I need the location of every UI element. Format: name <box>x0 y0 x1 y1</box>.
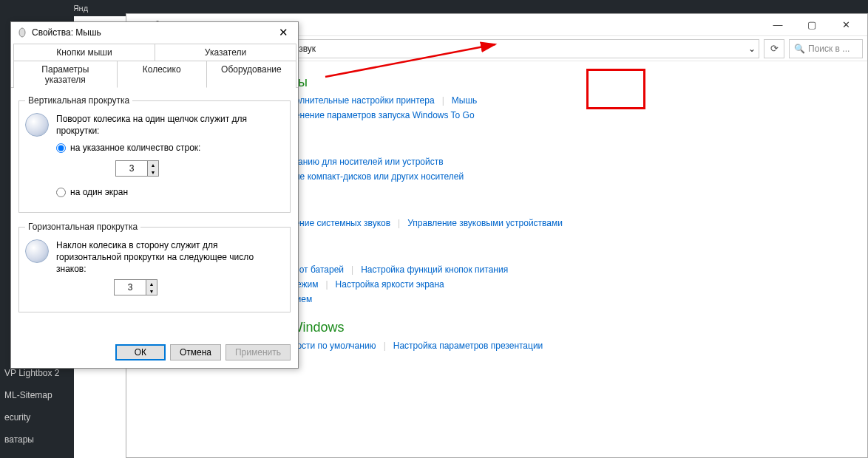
cancel-button[interactable]: Отмена <box>170 344 221 360</box>
radio-lines[interactable]: на указанное количество строк: <box>56 143 284 153</box>
link[interactable]: Настройка яркости экрана <box>336 277 444 292</box>
link[interactable]: Настройка параметров презентации <box>393 338 543 353</box>
sidebar-item[interactable]: ML-Sitemap <box>0 384 74 406</box>
tab-buttons[interactable]: Кнопки мыши <box>13 44 155 61</box>
group-desc: Поворот колесика на один щелчок служит д… <box>56 113 284 137</box>
search-placeholder: Поиск в ... <box>808 44 850 54</box>
horizontal-scroll-group: Горизонтальная прокрутка Наклон колесика… <box>18 222 291 312</box>
dialog-titlebar: Свойства: Мышь ✕ <box>11 22 298 43</box>
tab-pointers[interactable]: Указатели <box>155 44 296 61</box>
wheel-icon <box>25 113 49 137</box>
apply-button[interactable]: Применить <box>226 344 291 360</box>
dialog-tabs: Кнопки мыши Указатели Параметры указател… <box>11 43 298 88</box>
top-item[interactable]: Янд <box>73 4 88 13</box>
lines-spinner[interactable]: ▲ ▼ <box>115 160 159 177</box>
tab-pointer-options[interactable]: Параметры указателя <box>13 61 118 88</box>
link-printer-settings[interactable]: Дополнительные настройки принтера <box>279 93 434 108</box>
link[interactable]: Управление звуковыми устройствами <box>407 216 563 230</box>
radio-screen-input[interactable] <box>56 188 66 197</box>
group-legend: Горизонтальная прокрутка <box>25 222 140 232</box>
annotation-red-box <box>586 69 645 109</box>
link-mouse[interactable]: Мышь <box>452 93 478 108</box>
sidebar-item[interactable]: ecurity <box>0 406 74 428</box>
link-divider: | <box>398 216 400 230</box>
svg-point-3 <box>19 28 25 37</box>
spinner-up[interactable]: ▲ <box>146 280 157 287</box>
maximize-button[interactable]: ▢ <box>795 15 829 35</box>
tab-hardware[interactable]: Оборудование <box>206 61 296 88</box>
refresh-button[interactable]: ⟳ <box>764 39 784 58</box>
mouse-icon <box>17 27 27 38</box>
group-legend: Вертикальная прокрутка <box>25 95 132 106</box>
spinner-up[interactable]: ▲ <box>148 161 158 168</box>
lines-spinner-input[interactable] <box>116 161 147 176</box>
close-button[interactable]: ✕ <box>829 15 863 35</box>
vertical-scroll-group: Вертикальная прокрутка Поворот колесика … <box>18 95 291 213</box>
link-divider: | <box>325 277 328 292</box>
dialog-close-button[interactable]: ✕ <box>274 24 292 41</box>
search-input[interactable]: 🔍 Поиск в ... <box>789 39 863 58</box>
mouse-properties-dialog: Свойства: Мышь ✕ Кнопки мыши Указатели П… <box>10 21 299 369</box>
spinner-down[interactable]: ▼ <box>146 287 157 295</box>
radio-screen[interactable]: на один экран <box>56 187 284 197</box>
link-divider: | <box>351 262 353 277</box>
radio-lines-input[interactable] <box>56 143 66 153</box>
spinner-down[interactable]: ▼ <box>148 168 158 176</box>
tab-wheel[interactable]: Колесико <box>117 61 207 88</box>
link-divider: | <box>384 338 386 353</box>
dialog-button-row: ОК Отмена Применить <box>115 344 291 360</box>
link-divider: | <box>442 93 444 108</box>
group-desc: Наклон колесика в сторону служит для гор… <box>56 239 284 275</box>
hchars-spinner-input[interactable] <box>115 280 146 295</box>
search-icon: 🔍 <box>794 44 805 54</box>
hchars-spinner[interactable]: ▲ ▼ <box>114 279 157 295</box>
dialog-body: Вертикальная прокрутка Поворот колесика … <box>11 88 298 326</box>
dialog-title: Свойства: Мышь <box>32 27 274 38</box>
radio-lines-label: на указанное количество строк: <box>70 143 200 153</box>
link-windows-togo[interactable]: Изменение параметров запуска Windows To … <box>278 108 474 123</box>
radio-screen-label: на один экран <box>70 187 128 197</box>
link[interactable]: Настройка функций кнопок питания <box>361 262 508 277</box>
minimize-button[interactable]: — <box>761 15 795 35</box>
sidebar-item[interactable]: ватары <box>0 428 74 451</box>
wheel-icon <box>25 239 49 263</box>
ok-button[interactable]: ОК <box>115 344 166 360</box>
chevron-down-icon[interactable]: ⌄ <box>748 44 756 54</box>
